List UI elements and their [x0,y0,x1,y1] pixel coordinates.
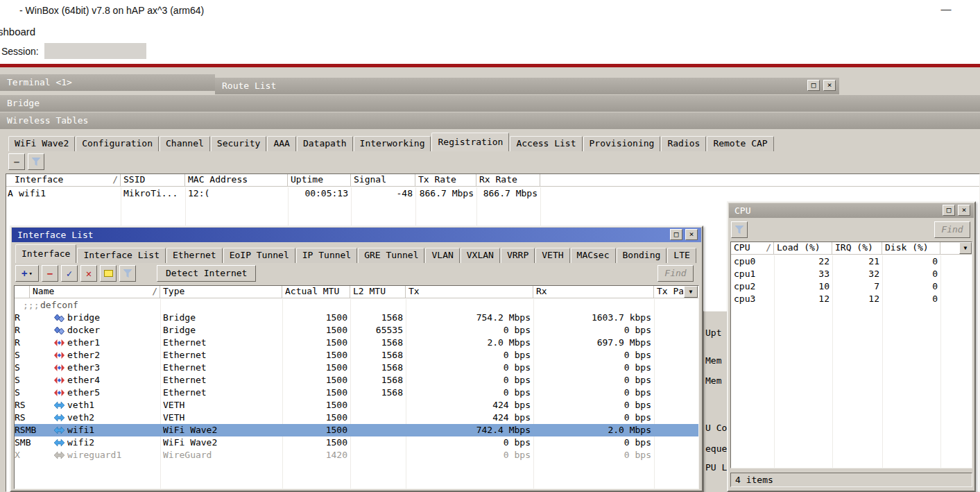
table-row-wifi1[interactable]: RSMBwifi1WiFi Wave21500742.4 Mbps2.0 Mbp… [15,424,698,436]
tab-security[interactable]: Security [211,136,267,151]
table-row-wifi1[interactable]: Awifi1MikroTi...12:(00:05:13-48866.7 Mbp… [6,187,979,200]
table-row-ether4[interactable]: Sether4Ethernet150015680 bps0 bps [15,374,698,387]
resources-strip[interactable]: UptMemMemU CoequePU L [703,311,727,492]
detect-internet-button[interactable]: Detect Internet [157,265,256,282]
row-l2-mtu [352,399,403,412]
col-irq[interactable]: IRQ (%) [832,242,882,255]
table-row-ether2[interactable]: Sether2Ethernet150015680 bps0 bps [15,349,698,362]
tab-interface-list[interactable]: Interface List [77,248,166,263]
col-type[interactable]: Type [160,286,282,298]
remove-button[interactable]: − [42,265,58,282]
enable-icon: ✓ [67,268,72,279]
bridge-icon [54,324,66,337]
maximize-icon[interactable]: □ [670,229,682,240]
table-row-cpu2[interactable]: cpu21070 [731,280,972,293]
col-rx-rate[interactable]: Rx Rate [476,174,540,187]
table-row-veth1[interactable]: RSveth1VETH1500424 bps0 bps [15,399,698,412]
tab-eoip-tunnel[interactable]: EoIP Tunnel [223,248,295,263]
table-row-ether1[interactable]: Rether1Ethernet150015682.0 Mbps697.9 Mbp… [15,337,698,349]
cpu-statusbar: 4 items [730,471,972,489]
tab-veth[interactable]: VETH [535,248,569,263]
tab-interworking[interactable]: Interworking [354,136,431,151]
tab-vrrp[interactable]: VRRP [501,248,535,263]
close-icon[interactable]: × [958,205,970,216]
col-signal[interactable]: Signal [351,174,415,187]
tab-vxlan[interactable]: VXLAN [461,248,500,263]
col-uptime[interactable]: Uptime [288,174,351,187]
minimize-icon[interactable]: — [936,3,956,18]
col-disk[interactable]: Disk (%) [882,242,940,255]
col-tx-rate[interactable]: Tx Rate [415,174,476,187]
tab-access-list[interactable]: Access List [510,136,582,151]
find-button[interactable]: Find [934,221,970,238]
table-row-cpu3[interactable]: cpu312120 [731,293,972,305]
table-row-ether5[interactable]: Sether5Ethernet150015680 bps0 bps [15,387,698,399]
filter-button[interactable] [28,153,44,170]
tab-ethernet[interactable]: Ethernet [166,248,223,263]
maximize-icon[interactable]: □ [807,80,820,91]
close-icon[interactable]: × [823,80,836,91]
tab-bonding[interactable]: Bonding [617,248,667,263]
filter-button[interactable] [119,265,136,282]
tab-wifi-wave2[interactable]: WiFi Wave2 [8,136,75,151]
col-rx[interactable]: Rx [533,286,654,298]
col-cpu[interactable]: CPU / [731,242,774,255]
col-name[interactable]: Name / [30,286,160,298]
bridge-window-titlebar[interactable]: Bridge [0,95,980,112]
close-icon[interactable]: × [685,229,698,240]
tab-channel[interactable]: Channel [160,136,210,151]
table-row-ether3[interactable]: Sether3Ethernet150015680 bps0 bps [15,362,698,374]
interface-list-titlebar[interactable]: Interface List [12,228,701,242]
tab-remote-cap[interactable]: Remote CAP [707,136,773,151]
tab-ip-tunnel[interactable]: IP Tunnel [296,248,357,263]
enable-button[interactable]: ✓ [61,265,78,282]
tab-radios[interactable]: Radios [661,136,706,151]
tab-provisioning[interactable]: Provisioning [583,136,661,151]
route-list-window-title: Route List [222,80,276,91]
tab-gre-tunnel[interactable]: GRE Tunnel [358,248,424,263]
tab-lte[interactable]: LTE [667,248,696,263]
col-tx[interactable]: Tx [406,286,533,298]
table-row-veth2[interactable]: RSveth2VETH1500424 bps0 bps [15,412,698,424]
cpu-window-titlebar[interactable]: CPU [729,203,974,218]
table-row-group-defconf[interactable]: ;;;defconf [15,299,698,312]
menu-dashboard[interactable]: shboard [0,26,35,37]
tab-configuration[interactable]: Configuration [76,136,159,151]
session-input[interactable] [44,43,146,59]
table-row-cpu0[interactable]: cpu022210 [731,255,972,268]
add-button[interactable]: + ▾ [15,265,39,282]
tab-datapath[interactable]: Datapath [297,136,353,151]
table-row-docker[interactable]: RdockerBridge1500655350 bps0 bps [15,324,698,337]
route-list-window-titlebar[interactable]: Route List □ × [215,78,839,94]
remove-button[interactable]: − [8,153,25,170]
filter-button[interactable] [731,221,748,238]
col-flags[interactable] [15,286,30,298]
table-row-wireguard1[interactable]: Xwireguard1WireGuard14200 bps0 bps [15,449,698,461]
tab-registration[interactable]: Registration [431,133,509,151]
comment-button[interactable] [100,265,117,282]
col-interface[interactable]: Interface / [6,174,121,187]
disable-button[interactable]: ✕ [80,265,97,282]
row-name: bridge [67,312,159,324]
column-menu-icon[interactable]: ▼ [684,286,698,298]
table-row-cpu1[interactable]: cpu133320 [731,268,972,280]
col-l2-mtu[interactable]: L2 MTU [350,286,406,298]
col-tx-pa[interactable]: Tx Pa [654,286,683,298]
table-row-bridge[interactable]: RbridgeBridge15001568754.2 Mbps1603.7 kb… [15,312,698,324]
terminal-window-titlebar[interactable]: Terminal <1> [0,74,215,91]
col-mac-address[interactable]: MAC Address [185,174,288,187]
tab-aaa[interactable]: AAA [267,136,295,151]
interface-list-title: Interface List [17,230,94,240]
col-actual-mtu[interactable]: Actual MTU [282,286,350,298]
table-row-wifi2[interactable]: SMBwifi2WiFi Wave215000 bps0 bps [15,436,698,449]
find-button[interactable]: Find [657,265,694,282]
col-load[interactable]: Load (%) [774,242,832,255]
col-ssid[interactable]: SSID [121,174,185,187]
maximize-icon[interactable]: □ [943,205,955,216]
row-type: Ethernet [163,374,280,387]
tab-macsec[interactable]: MACsec [571,248,616,263]
tab-interface[interactable]: Interface [15,244,76,263]
wireless-window-titlebar[interactable]: Wireless Tables [0,112,980,129]
column-menu-icon[interactable]: ▼ [959,242,972,254]
tab-vlan[interactable]: VLAN [425,248,459,263]
